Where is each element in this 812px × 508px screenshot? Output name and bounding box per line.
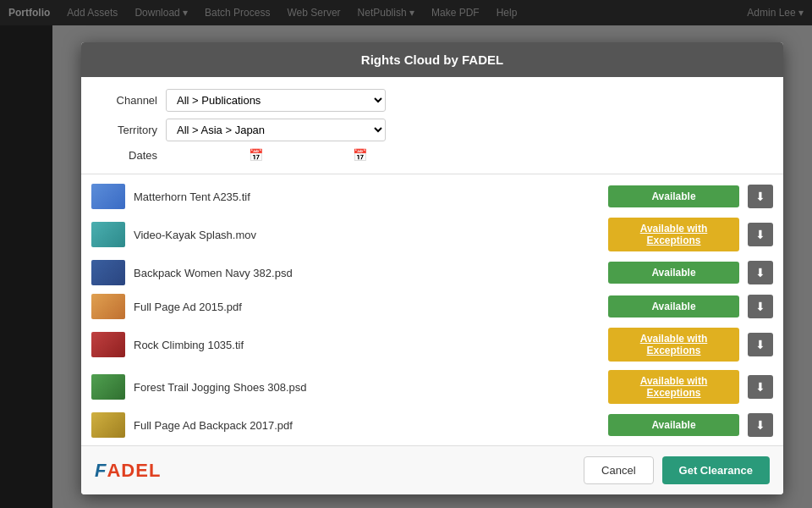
asset-thumbnail bbox=[91, 332, 125, 357]
territory-select[interactable]: All > Asia > Japan bbox=[166, 119, 386, 141]
asset-download-button[interactable]: ⬇ bbox=[748, 185, 773, 208]
asset-name: Matterhorn Tent A235.tif bbox=[134, 190, 600, 203]
asset-row: Full Page Ad 2015.pdfAvailable⬇ bbox=[91, 291, 773, 322]
footer-buttons: Cancel Get Clearance bbox=[584, 456, 770, 484]
asset-thumbnail bbox=[91, 412, 125, 438]
asset-row: Iceland Snow Climbing 2017.tifNot Availa… bbox=[91, 444, 773, 445]
modal-header: Rights Cloud by FADEL bbox=[81, 42, 783, 77]
dates-row: Dates 01/01/2017 📅 12/31/2017 📅 bbox=[98, 148, 766, 162]
modal-container: Rights Cloud by FADEL Channel All > Publ… bbox=[52, 25, 812, 508]
date-range: 01/01/2017 📅 12/31/2017 📅 bbox=[166, 148, 367, 162]
asset-name: Forest Trail Jogging Shoes 308.psd bbox=[134, 381, 600, 394]
get-clearance-button[interactable]: Get Clearance bbox=[662, 456, 770, 484]
asset-row: Backpack Women Navy 382.psdAvailable⬇ bbox=[91, 257, 773, 288]
asset-download-button[interactable]: ⬇ bbox=[748, 223, 773, 246]
asset-thumbnail bbox=[91, 184, 125, 209]
territory-label: Territory bbox=[98, 124, 157, 136]
cancel-button[interactable]: Cancel bbox=[584, 456, 653, 484]
calendar-to-icon[interactable]: 📅 bbox=[353, 148, 367, 162]
asset-name: Backpack Women Navy 382.psd bbox=[134, 267, 600, 279]
channel-row: Channel All > Publications bbox=[98, 89, 766, 112]
asset-status-button[interactable]: Available with Exceptions bbox=[608, 218, 739, 251]
modal-filters: Channel All > Publications Territory All… bbox=[81, 77, 783, 174]
asset-name: Full Page Ad 2015.pdf bbox=[134, 301, 600, 313]
asset-thumbnail bbox=[91, 294, 125, 319]
fadel-f: F bbox=[95, 460, 107, 481]
asset-thumbnail bbox=[91, 222, 125, 247]
calendar-from-icon[interactable]: 📅 bbox=[249, 148, 263, 162]
modal-box: Rights Cloud by FADEL Channel All > Publ… bbox=[81, 42, 783, 494]
channel-select[interactable]: All > Publications bbox=[166, 89, 386, 112]
dates-label: Dates bbox=[98, 149, 157, 162]
asset-download-button[interactable]: ⬇ bbox=[748, 261, 773, 284]
date-to-input[interactable]: 12/31/2017 bbox=[270, 149, 346, 162]
channel-label: Channel bbox=[98, 94, 157, 107]
asset-name: Full Page Ad Backpack 2017.pdf bbox=[134, 419, 600, 432]
asset-list: Matterhorn Tent A235.tifAvailable⬇Video-… bbox=[81, 174, 783, 445]
asset-status-button[interactable]: Available with Exceptions bbox=[608, 328, 739, 362]
asset-row: Rock Climbing 1035.tifAvailable with Exc… bbox=[91, 325, 773, 364]
modal-footer: FADEL Cancel Get Clearance bbox=[81, 445, 783, 494]
asset-status-button[interactable]: Available bbox=[608, 414, 739, 436]
asset-status-button[interactable]: Available bbox=[608, 295, 739, 318]
territory-row: Territory All > Asia > Japan bbox=[98, 119, 766, 141]
asset-download-button[interactable]: ⬇ bbox=[748, 333, 773, 356]
asset-download-button[interactable]: ⬇ bbox=[748, 375, 773, 399]
asset-thumbnail bbox=[91, 374, 125, 400]
asset-status-button[interactable]: Available bbox=[608, 262, 739, 284]
date-from-input[interactable]: 01/01/2017 bbox=[166, 149, 242, 162]
asset-row: Full Page Ad Backpack 2017.pdfAvailable⬇ bbox=[91, 410, 773, 440]
modal-title: Rights Cloud by FADEL bbox=[361, 52, 503, 67]
asset-download-button[interactable]: ⬇ bbox=[748, 295, 773, 318]
asset-thumbnail bbox=[91, 260, 125, 285]
fadel-logo: FADEL bbox=[95, 460, 161, 482]
asset-download-button[interactable]: ⬇ bbox=[748, 413, 773, 437]
asset-name: Video-Kayak Splash.mov bbox=[134, 229, 600, 241]
asset-row: Video-Kayak Splash.movAvailable with Exc… bbox=[91, 215, 773, 254]
asset-row: Matterhorn Tent A235.tifAvailable⬇ bbox=[91, 181, 773, 212]
asset-row: Forest Trail Jogging Shoes 308.psdAvaila… bbox=[91, 367, 773, 406]
asset-status-button[interactable]: Available with Exceptions bbox=[608, 370, 739, 404]
asset-status-button[interactable]: Available bbox=[608, 185, 739, 207]
asset-name: Rock Climbing 1035.tif bbox=[134, 339, 600, 351]
fadel-rest: ADEL bbox=[107, 460, 161, 481]
